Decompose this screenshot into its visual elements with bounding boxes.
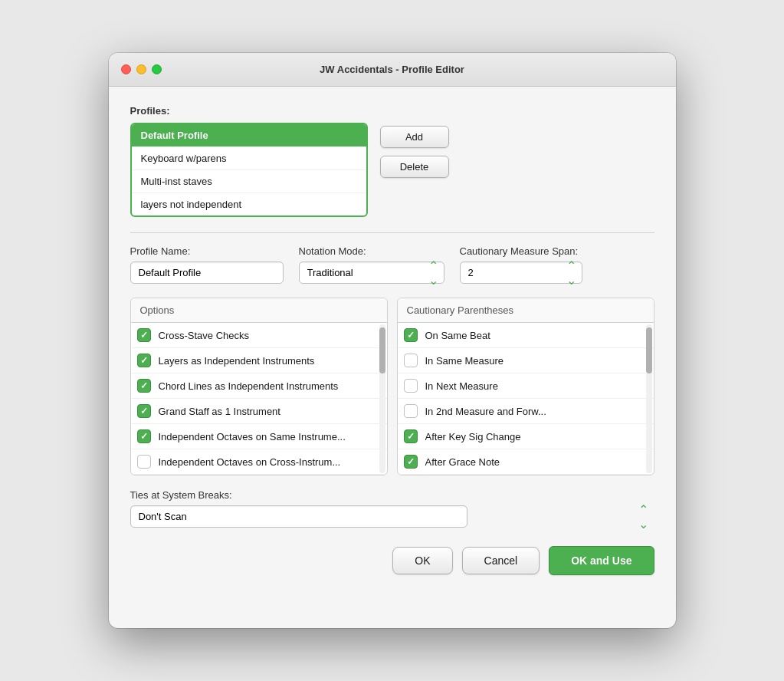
traffic-lights: [121, 64, 162, 74]
content-area: Profiles: Default Profile Keyboard w/par…: [109, 87, 676, 597]
ties-select[interactable]: Don't Scan Scan Always: [130, 505, 467, 528]
table-row: In 2nd Measure and Forw...: [398, 399, 654, 424]
cautionary-span-label: Cautionary Measure Span:: [460, 245, 582, 257]
row-label-in-next-measure: In Next Measure: [425, 380, 648, 392]
notation-mode-group: Notation Mode: Traditional Modern Custom…: [299, 245, 444, 284]
table-row: Independent Octaves on Same Instrume...: [131, 424, 387, 449]
profile-name-label: Profile Name:: [130, 245, 284, 257]
table-row: On Same Beat: [398, 323, 654, 348]
table-row: In Same Measure: [398, 348, 654, 373]
cancel-button[interactable]: Cancel: [462, 547, 540, 574]
delete-button[interactable]: Delete: [380, 156, 449, 178]
ties-section: Ties at System Breaks: Don't Scan Scan A…: [130, 489, 654, 528]
table-row: Chord Lines as Independent Instruments: [131, 373, 387, 399]
profile-name-input[interactable]: [130, 262, 284, 284]
cautionary-span-wrapper: 1 2 3 4 ⌃⌄: [460, 262, 582, 284]
options-scrollbar-thumb[interactable]: [379, 327, 385, 373]
checkbox-grand-staff[interactable]: [137, 404, 151, 418]
table-row: Grand Staff as 1 Instrument: [131, 399, 387, 424]
row-label-cross-stave: Cross-Stave Checks: [159, 330, 381, 341]
row-label-in-same-measure: In Same Measure: [425, 355, 648, 367]
notation-mode-label: Notation Mode:: [299, 245, 444, 257]
main-window: JW Accidentals - Profile Editor Profiles…: [109, 53, 676, 628]
add-button[interactable]: Add: [380, 126, 449, 148]
options-table-header: Options: [131, 298, 387, 323]
row-label-grand-staff: Grand Staff as 1 Instrument: [159, 406, 381, 417]
profile-item-layers[interactable]: layers not independent: [132, 193, 366, 215]
row-label-ind-octaves-same: Independent Octaves on Same Instrume...: [159, 431, 381, 442]
checkbox-in-2nd-measure[interactable]: [404, 404, 418, 418]
cautionary-table-body: On Same Beat In Same Measure In Next Mea…: [398, 323, 654, 475]
row-label-chord-lines: Chord Lines as Independent Instruments: [159, 380, 381, 392]
table-row: After Key Sig Change: [398, 424, 654, 449]
row-label-after-key-sig: After Key Sig Change: [425, 431, 648, 442]
cautionary-scrollbar-track: [646, 324, 652, 473]
cautionary-span-select[interactable]: 1 2 3 4: [460, 262, 582, 284]
notation-mode-wrapper: Traditional Modern Custom ⌃⌄: [299, 262, 444, 284]
options-scrollbar-track: [379, 324, 385, 473]
row-label-ind-octaves-cross: Independent Octaves on Cross-Instrum...: [159, 456, 381, 468]
table-row: In Next Measure: [398, 373, 654, 399]
profile-item-default[interactable]: Default Profile: [132, 124, 366, 147]
cautionary-span-group: Cautionary Measure Span: 1 2 3 4 ⌃⌄: [460, 245, 582, 284]
checkbox-cross-stave[interactable]: [137, 328, 151, 342]
profiles-buttons: Add Delete: [380, 123, 449, 178]
profile-name-group: Profile Name:: [130, 245, 284, 284]
window-title: JW Accidentals - Profile Editor: [320, 64, 464, 75]
checkbox-in-next-measure[interactable]: [404, 379, 418, 393]
options-table-body: Cross-Stave Checks Layers as Independent…: [131, 323, 387, 475]
ok-button[interactable]: OK: [392, 547, 452, 574]
profiles-list: Default Profile Keyboard w/parens Multi-…: [130, 123, 368, 217]
cautionary-table: Cautionary Parentheses On Same Beat In S…: [397, 298, 654, 475]
table-row: Independent Octaves on Cross-Instrum...: [131, 449, 387, 475]
cautionary-table-header: Cautionary Parentheses: [398, 298, 654, 323]
ok-and-use-button[interactable]: OK and Use: [549, 546, 654, 575]
row-label-layers: Layers as Independent Instruments: [159, 355, 381, 367]
notation-mode-select[interactable]: Traditional Modern Custom: [299, 262, 444, 284]
checkbox-after-key-sig[interactable]: [404, 429, 418, 443]
options-table: Options Cross-Stave Checks Layers as Ind…: [130, 298, 388, 475]
ties-group: Ties at System Breaks: Don't Scan Scan A…: [130, 489, 654, 528]
table-row: Cross-Stave Checks: [131, 323, 387, 348]
tables-area: Options Cross-Stave Checks Layers as Ind…: [130, 298, 654, 475]
profiles-area: Default Profile Keyboard w/parens Multi-…: [130, 123, 654, 217]
checkbox-ind-octaves-same[interactable]: [137, 429, 151, 443]
checkbox-layers[interactable]: [137, 354, 151, 367]
row-label-after-grace-note: After Grace Note: [425, 456, 648, 468]
row-label-in-2nd-measure: In 2nd Measure and Forw...: [425, 406, 648, 417]
checkbox-in-same-measure[interactable]: [404, 354, 418, 367]
table-row: Layers as Independent Instruments: [131, 348, 387, 373]
checkbox-ind-octaves-cross[interactable]: [137, 455, 151, 469]
table-row: After Grace Note: [398, 449, 654, 475]
ties-wrapper: Don't Scan Scan Always ⌃⌄: [130, 505, 654, 528]
checkbox-on-same-beat[interactable]: [404, 328, 418, 342]
ties-label: Ties at System Breaks:: [130, 489, 654, 501]
cautionary-scrollbar-thumb[interactable]: [646, 327, 652, 373]
profile-settings: Profile Name: Notation Mode: Traditional…: [130, 245, 654, 284]
checkbox-chord-lines[interactable]: [137, 379, 151, 393]
minimize-button[interactable]: [136, 64, 146, 74]
row-label-on-same-beat: On Same Beat: [425, 330, 648, 341]
close-button[interactable]: [121, 64, 131, 74]
profiles-label: Profiles:: [130, 105, 654, 117]
maximize-button[interactable]: [152, 64, 162, 74]
checkbox-after-grace-note[interactable]: [404, 455, 418, 469]
profile-item-keyboard[interactable]: Keyboard w/parens: [132, 147, 366, 170]
ties-arrow-icon: ⌃⌄: [638, 502, 648, 531]
profile-item-multi[interactable]: Multi-inst staves: [132, 170, 366, 193]
divider: [130, 232, 654, 233]
footer-buttons: OK Cancel OK and Use: [130, 546, 654, 575]
titlebar: JW Accidentals - Profile Editor: [109, 53, 676, 87]
